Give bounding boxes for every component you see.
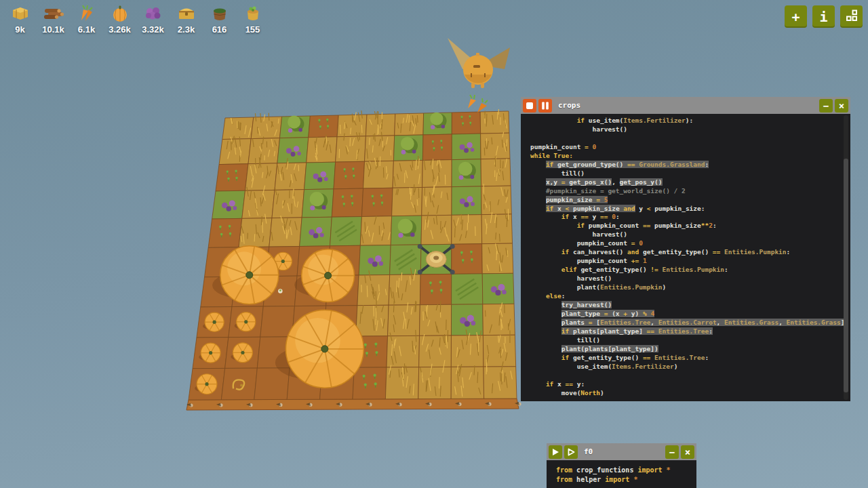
step-button[interactable] [564, 445, 578, 459]
farm-tile-b [452, 134, 481, 160]
code-line: x,y = get_pos_x(), get_pos_y() [530, 178, 850, 187]
resource-count: 10.1k [42, 24, 64, 35]
resource-count: 155 [245, 24, 260, 35]
scrollbar-track[interactable] [844, 115, 848, 400]
close-button[interactable]: × [835, 99, 848, 113]
code-line: from helper import * [556, 475, 696, 485]
farm-tile-g [390, 245, 421, 274]
farm-tile-p [193, 338, 229, 369]
farm-platform-side [186, 399, 519, 410]
flying-creature [439, 33, 514, 117]
farm-tile-t [302, 189, 334, 218]
farm-tile-w [251, 113, 281, 139]
farm-tile-w [222, 117, 254, 140]
code-line: plants = [Entities.Tree, Entities.Carrot… [530, 319, 850, 327]
farm-tile-v [221, 368, 257, 400]
code-text-crops[interactable]: if use_item(Items.Fertilizer): harvest()… [521, 114, 850, 398]
farm-tile-w [481, 132, 510, 159]
farm-tile-g [452, 274, 483, 304]
farm-tile-w [392, 184, 422, 216]
farm-tile-c [361, 188, 393, 216]
window-title: crops [558, 101, 817, 110]
code-line: pumpkin_size = 5 [530, 196, 850, 205]
code-line: else: [530, 292, 850, 301]
farm-tile-w [269, 216, 302, 247]
code-text-f0[interactable]: from crop_functions import *from helper … [547, 460, 696, 484]
minimize-button[interactable]: − [665, 445, 679, 459]
berry-icon [142, 3, 165, 24]
code-line: harvest() [530, 274, 850, 283]
farm-tile-w [307, 135, 337, 163]
farm-tile-w [395, 113, 424, 136]
farm-tile-w [357, 270, 390, 306]
code-line: harvest() [530, 125, 850, 134]
code-line: elif get_entity_type() != Entities.Pumpk… [530, 266, 850, 274]
code-line: if get_ground_type() == Grounds.Grasslan… [530, 161, 850, 169]
window-f0-titlebar[interactable]: f0 − × [547, 443, 696, 460]
code-line: harvest() [530, 230, 850, 239]
pause-button[interactable] [538, 99, 552, 113]
farm-tile-c [334, 161, 365, 189]
resource-pumpkin: 3.26k [103, 3, 136, 35]
code-editor-f0[interactable]: from crop_functions import *from helper … [547, 460, 696, 488]
farm-tile-c [208, 218, 242, 247]
farm-tile-w [239, 214, 272, 247]
window-title: f0 [584, 447, 663, 456]
add-window-button[interactable]: + [785, 5, 807, 28]
farm-tile-w [219, 136, 251, 165]
farm-tile-w [483, 331, 515, 367]
farm-tile-w [272, 188, 304, 218]
resource-bar: 9k10.1k6.1k3.26k3.32k2.3k616155 [3, 3, 269, 35]
farm-tile-w [393, 156, 422, 188]
farm-tile-p [225, 337, 260, 368]
farm-tile-b [482, 273, 514, 304]
info-button[interactable]: i [812, 5, 835, 28]
resource-pot: 616 [203, 3, 236, 35]
code-line: use_item(Items.Fertilizer) [530, 363, 850, 371]
code-line: while True: [530, 152, 850, 161]
run-button[interactable] [549, 445, 562, 459]
falling-carrots [468, 95, 488, 113]
stop-button[interactable] [523, 99, 536, 113]
code-line [530, 134, 850, 143]
window-crops-titlebar[interactable]: crops − × [521, 97, 850, 114]
hay-icon [9, 3, 32, 24]
farm-tile-w [248, 137, 280, 164]
farm-tile-p [229, 306, 263, 338]
code-line: pumpkin_count = 0 [530, 143, 850, 152]
farm-tile-b [212, 190, 245, 219]
resource-treasure: 2.3k [170, 3, 203, 35]
farm-tile-p [197, 307, 232, 338]
scrollbar-thumb[interactable] [844, 159, 848, 392]
code-editor-crops[interactable]: if use_item(Items.Fertilizer): harvest()… [521, 114, 850, 401]
wood-icon [42, 3, 65, 24]
farm-tile-w [422, 185, 452, 216]
close-button[interactable]: × [681, 445, 694, 459]
farm-tile-c [309, 115, 338, 138]
code-line: if use_item(Items.Fertilizer): [530, 117, 850, 125]
farm-tile-t [393, 135, 423, 161]
code-line: till() [530, 169, 850, 178]
code-line: if can_harvest() and get_entity_type() =… [530, 248, 850, 257]
farm-tile-t [391, 216, 422, 245]
farm-tile-c [332, 188, 363, 217]
farm-tile-w [481, 184, 512, 214]
code-line: till() [530, 336, 850, 345]
resource-wood: 10.1k [37, 3, 70, 35]
farm-tile-b [452, 186, 481, 215]
resource-count: 3.26k [108, 24, 131, 35]
window-layout-icon [846, 9, 858, 25]
farm-scene[interactable] [182, 106, 528, 419]
farm-tile-w [422, 159, 452, 187]
resource-berry: 3.32k [136, 3, 170, 35]
farm-tile-w [482, 243, 513, 274]
farm-tile-w [452, 214, 482, 244]
resource-count: 2.3k [178, 24, 195, 35]
code-line: from crop_functions import * [556, 466, 696, 475]
pot-icon [208, 3, 231, 24]
farm-tile-c [420, 274, 451, 304]
farm-tile-w [481, 157, 511, 186]
window-layout-button[interactable] [840, 5, 863, 28]
minimize-button[interactable]: − [819, 99, 833, 113]
code-line: plant_type = (x + y) % 4 [530, 310, 850, 319]
